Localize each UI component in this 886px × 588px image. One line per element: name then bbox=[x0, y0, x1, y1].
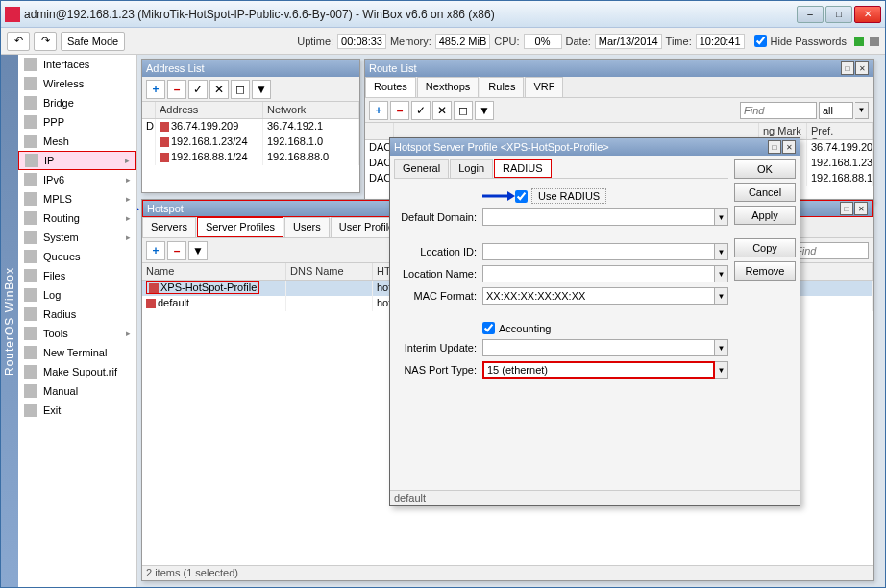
sidebar-item-manual[interactable]: Manual bbox=[18, 381, 136, 401]
use-radius-checkbox[interactable] bbox=[515, 190, 528, 203]
app-icon bbox=[5, 7, 20, 22]
col-address[interactable]: Address bbox=[156, 102, 263, 118]
dropdown-arrow-icon[interactable]: ▼ bbox=[715, 243, 728, 260]
dialog-tab-general[interactable]: General bbox=[394, 159, 449, 178]
dropdown-arrow-icon[interactable]: ▼ bbox=[715, 208, 728, 226]
col-network[interactable]: Network bbox=[263, 102, 359, 118]
add-button[interactable]: + bbox=[146, 241, 165, 260]
address-row[interactable]: 192.168.88.1/24192.168.88.0 bbox=[142, 150, 359, 165]
disable-button[interactable]: ✕ bbox=[209, 80, 229, 99]
accounting-checkbox[interactable] bbox=[482, 322, 495, 334]
tab-servers[interactable]: Servers bbox=[142, 217, 196, 237]
filter-button[interactable]: ▼ bbox=[188, 241, 208, 260]
interim-update-input[interactable] bbox=[482, 339, 715, 356]
tab-rules[interactable]: Rules bbox=[480, 77, 524, 97]
cancel-button[interactable]: Cancel bbox=[734, 183, 796, 202]
sidebar-item-tools[interactable]: Tools▸ bbox=[18, 324, 136, 343]
apply-button[interactable]: Apply bbox=[734, 206, 796, 225]
mac-format-input[interactable] bbox=[482, 287, 715, 305]
hide-passwords-checkbox[interactable] bbox=[754, 35, 767, 47]
default-domain-input[interactable] bbox=[482, 208, 715, 226]
sidebar-item-exit[interactable]: Exit bbox=[18, 401, 136, 420]
tab-nexthops[interactable]: Nexthops bbox=[417, 77, 479, 97]
window-close-button[interactable]: ✕ bbox=[855, 61, 869, 75]
route-list-titlebar[interactable]: Route List □ ✕ bbox=[365, 60, 873, 77]
comment-button[interactable]: ◻ bbox=[454, 101, 473, 120]
window-minimize-button[interactable]: □ bbox=[768, 140, 781, 154]
svg-marker-1 bbox=[507, 191, 515, 201]
window-minimize-button[interactable]: □ bbox=[841, 61, 854, 75]
add-button[interactable]: + bbox=[146, 80, 165, 99]
sidebar-item-routing[interactable]: Routing▸ bbox=[18, 208, 136, 228]
window-close-button[interactable]: ✕ bbox=[854, 202, 868, 215]
sidebar-item-radius[interactable]: Radius bbox=[18, 305, 136, 324]
dropdown-arrow-icon[interactable]: ▼ bbox=[715, 265, 728, 282]
undo-button[interactable]: ↶ bbox=[7, 32, 30, 51]
tab-users[interactable]: Users bbox=[284, 217, 330, 237]
sidebar-item-log[interactable]: Log bbox=[18, 285, 136, 305]
dialog-titlebar[interactable]: Hotspot Server Profile <XPS-HotSpot-Prof… bbox=[390, 138, 800, 156]
sidebar-item-ip[interactable]: IP▸ bbox=[18, 151, 136, 170]
safe-mode-button[interactable]: Safe Mode bbox=[61, 32, 125, 51]
dialog-tab-radius[interactable]: RADIUS bbox=[494, 159, 552, 178]
sidebar-item-queues[interactable]: Queues bbox=[18, 247, 136, 266]
find-input[interactable] bbox=[740, 102, 817, 119]
find-input[interactable] bbox=[792, 242, 869, 259]
disable-button[interactable]: ✕ bbox=[432, 101, 452, 120]
filter-dropdown-arrow[interactable]: ▼ bbox=[855, 102, 869, 119]
enable-button[interactable]: ✓ bbox=[188, 80, 208, 99]
sidebar-item-make-supout.rif[interactable]: Make Supout.rif bbox=[18, 362, 136, 381]
dialog-tab-login[interactable]: Login bbox=[450, 159, 493, 178]
window-close-button[interactable]: ✕ bbox=[782, 140, 796, 154]
menu-icon bbox=[24, 307, 37, 321]
address-list-titlebar[interactable]: Address List bbox=[142, 60, 359, 77]
remove-button[interactable]: – bbox=[390, 101, 409, 120]
maximize-button[interactable]: □ bbox=[825, 6, 852, 23]
location-name-input[interactable] bbox=[482, 265, 715, 282]
tab-vrf[interactable]: VRF bbox=[525, 77, 563, 97]
remove-button[interactable]: Remove bbox=[734, 261, 796, 281]
profile-icon bbox=[149, 283, 159, 293]
sidebar-item-new-terminal[interactable]: New Terminal bbox=[18, 343, 136, 362]
dropdown-arrow-icon[interactable]: ▼ bbox=[715, 361, 728, 379]
minimize-button[interactable]: – bbox=[797, 6, 824, 23]
window-title: admin@192.168.1.23 (MikroTik-HotSpot-IP-… bbox=[24, 8, 797, 21]
sidebar-item-ipv6[interactable]: IPv6▸ bbox=[18, 170, 136, 189]
sidebar-item-ppp[interactable]: PPP bbox=[18, 112, 136, 132]
filter-button[interactable]: ▼ bbox=[252, 80, 271, 99]
address-row[interactable]: D36.74.199.20936.74.192.1 bbox=[142, 119, 359, 135]
filter-button[interactable]: ▼ bbox=[475, 101, 494, 120]
chevron-right-icon: ▸ bbox=[125, 156, 130, 165]
enable-button[interactable]: ✓ bbox=[411, 101, 431, 120]
menu-icon bbox=[25, 154, 38, 167]
filter-dropdown[interactable] bbox=[819, 102, 853, 119]
menu-icon bbox=[24, 192, 37, 206]
sidebar-item-files[interactable]: Files bbox=[18, 266, 136, 285]
col-pref-source[interactable]: Pref. Source bbox=[807, 123, 873, 139]
remove-button[interactable]: – bbox=[167, 80, 186, 99]
nas-port-type-input[interactable] bbox=[482, 361, 715, 379]
redo-button[interactable]: ↷ bbox=[34, 32, 57, 51]
col-dns-name[interactable]: DNS Name bbox=[286, 263, 373, 280]
sidebar-item-mpls[interactable]: MPLS▸ bbox=[18, 189, 136, 208]
sidebar-item-wireless[interactable]: Wireless bbox=[18, 74, 136, 93]
window-minimize-button[interactable]: □ bbox=[840, 202, 853, 215]
sidebar-item-system[interactable]: System▸ bbox=[18, 228, 136, 247]
remove-button[interactable]: – bbox=[167, 241, 186, 260]
comment-button[interactable]: ◻ bbox=[231, 80, 250, 99]
ok-button[interactable]: OK bbox=[734, 159, 796, 179]
sidebar-item-mesh[interactable]: Mesh bbox=[18, 132, 136, 151]
dropdown-arrow-icon[interactable]: ▼ bbox=[715, 287, 728, 305]
sidebar-item-interfaces[interactable]: Interfaces bbox=[18, 55, 136, 74]
dropdown-arrow-icon[interactable]: ▼ bbox=[715, 339, 728, 356]
close-button[interactable]: ✕ bbox=[854, 6, 881, 23]
address-row[interactable]: 192.168.1.23/24192.168.1.0 bbox=[142, 135, 359, 150]
col-name[interactable]: Name bbox=[142, 263, 286, 280]
add-button[interactable]: + bbox=[369, 101, 388, 120]
tab-routes[interactable]: Routes bbox=[365, 77, 416, 97]
copy-button[interactable]: Copy bbox=[734, 238, 796, 257]
location-id-input[interactable] bbox=[482, 243, 715, 260]
window-titlebar: admin@192.168.1.23 (MikroTik-HotSpot-IP-… bbox=[1, 1, 885, 28]
sidebar-item-bridge[interactable]: Bridge bbox=[18, 93, 136, 112]
tab-server-profiles[interactable]: Server Profiles bbox=[197, 217, 283, 237]
